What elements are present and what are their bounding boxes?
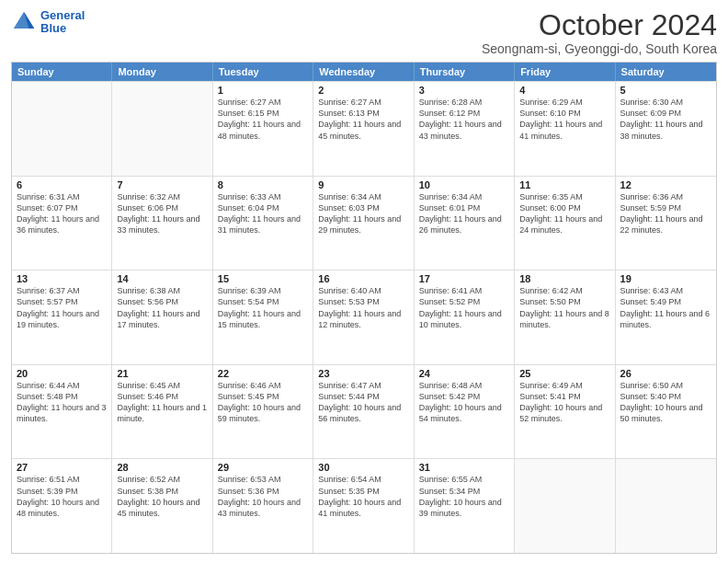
day-number: 6 <box>17 179 107 190</box>
calendar-cell: 23Sunrise: 6:47 AMSunset: 5:44 PMDayligh… <box>313 365 414 459</box>
day-number: 1 <box>218 85 308 96</box>
day-number: 27 <box>17 462 107 473</box>
day-number: 21 <box>117 368 207 379</box>
calendar-cell: 25Sunrise: 6:49 AMSunset: 5:41 PMDayligh… <box>515 365 615 459</box>
calendar-cell: 14Sunrise: 6:38 AMSunset: 5:56 PMDayligh… <box>112 270 212 364</box>
calendar-row-4: 27Sunrise: 6:51 AMSunset: 5:39 PMDayligh… <box>12 458 716 553</box>
calendar-cell: 28Sunrise: 6:52 AMSunset: 5:38 PMDayligh… <box>112 459 212 553</box>
day-number: 14 <box>117 273 207 284</box>
day-number: 18 <box>519 273 609 284</box>
day-info: Sunrise: 6:27 AMSunset: 6:15 PMDaylight:… <box>218 97 308 142</box>
day-info: Sunrise: 6:30 AMSunset: 6:09 PMDaylight:… <box>620 97 711 142</box>
title-block: October 2024 Seongnam-si, Gyeonggi-do, S… <box>482 9 717 56</box>
day-info: Sunrise: 6:42 AMSunset: 5:50 PMDaylight:… <box>519 285 609 330</box>
day-info: Sunrise: 6:34 AMSunset: 6:01 PMDaylight:… <box>419 191 509 236</box>
calendar-cell: 30Sunrise: 6:54 AMSunset: 5:35 PMDayligh… <box>313 459 414 553</box>
day-number: 7 <box>117 179 207 190</box>
day-number: 24 <box>419 368 509 379</box>
day-info: Sunrise: 6:36 AMSunset: 5:59 PMDaylight:… <box>620 191 711 236</box>
calendar-cell: 8Sunrise: 6:33 AMSunset: 6:04 PMDaylight… <box>213 177 313 270</box>
day-number: 9 <box>318 179 408 190</box>
day-info: Sunrise: 6:53 AMSunset: 5:36 PMDaylight:… <box>218 474 308 519</box>
day-number: 4 <box>519 85 609 96</box>
calendar-cell: 3Sunrise: 6:28 AMSunset: 6:12 PMDaylight… <box>415 82 515 176</box>
calendar-cell: 11Sunrise: 6:35 AMSunset: 6:00 PMDayligh… <box>515 177 615 270</box>
calendar-cell: 17Sunrise: 6:41 AMSunset: 5:52 PMDayligh… <box>415 270 515 364</box>
page: General Blue October 2024 Seongnam-si, G… <box>0 0 728 563</box>
day-info: Sunrise: 6:54 AMSunset: 5:35 PMDaylight:… <box>318 474 408 519</box>
day-info: Sunrise: 6:40 AMSunset: 5:53 PMDaylight:… <box>318 285 408 330</box>
day-info: Sunrise: 6:44 AMSunset: 5:48 PMDaylight:… <box>17 380 107 425</box>
day-number: 28 <box>117 462 207 473</box>
day-info: Sunrise: 6:51 AMSunset: 5:39 PMDaylight:… <box>17 474 107 519</box>
day-info: Sunrise: 6:55 AMSunset: 5:34 PMDaylight:… <box>419 474 509 519</box>
col-header-wednesday: Wednesday <box>313 63 414 81</box>
calendar-cell: 20Sunrise: 6:44 AMSunset: 5:48 PMDayligh… <box>12 365 112 459</box>
day-info: Sunrise: 6:45 AMSunset: 5:46 PMDaylight:… <box>117 380 207 425</box>
day-number: 16 <box>318 273 408 284</box>
day-number: 17 <box>419 273 509 284</box>
calendar: SundayMondayTuesdayWednesdayThursdayFrid… <box>11 62 717 554</box>
calendar-cell: 26Sunrise: 6:50 AMSunset: 5:40 PMDayligh… <box>616 365 716 459</box>
day-info: Sunrise: 6:50 AMSunset: 5:40 PMDaylight:… <box>620 380 711 425</box>
day-info: Sunrise: 6:31 AMSunset: 6:07 PMDaylight:… <box>17 191 107 236</box>
calendar-cell: 24Sunrise: 6:48 AMSunset: 5:42 PMDayligh… <box>415 365 515 459</box>
day-info: Sunrise: 6:37 AMSunset: 5:57 PMDaylight:… <box>17 285 107 330</box>
day-info: Sunrise: 6:39 AMSunset: 5:54 PMDaylight:… <box>218 285 308 330</box>
sub-title: Seongnam-si, Gyeonggi-do, South Korea <box>482 41 717 56</box>
day-info: Sunrise: 6:41 AMSunset: 5:52 PMDaylight:… <box>419 285 509 330</box>
day-number: 11 <box>519 179 609 190</box>
day-number: 12 <box>620 179 711 190</box>
day-info: Sunrise: 6:27 AMSunset: 6:13 PMDaylight:… <box>318 97 408 142</box>
day-info: Sunrise: 6:43 AMSunset: 5:49 PMDaylight:… <box>620 285 711 330</box>
calendar-cell <box>515 459 615 553</box>
logo-icon <box>11 9 37 35</box>
day-number: 23 <box>318 368 408 379</box>
calendar-row-3: 20Sunrise: 6:44 AMSunset: 5:48 PMDayligh… <box>12 364 716 459</box>
day-info: Sunrise: 6:52 AMSunset: 5:38 PMDaylight:… <box>117 474 207 519</box>
calendar-cell <box>616 459 716 553</box>
day-info: Sunrise: 6:49 AMSunset: 5:41 PMDaylight:… <box>519 380 609 425</box>
col-header-tuesday: Tuesday <box>213 63 313 81</box>
calendar-cell: 2Sunrise: 6:27 AMSunset: 6:13 PMDaylight… <box>313 82 414 176</box>
col-header-monday: Monday <box>112 63 212 81</box>
calendar-cell: 9Sunrise: 6:34 AMSunset: 6:03 PMDaylight… <box>313 177 414 270</box>
day-info: Sunrise: 6:33 AMSunset: 6:04 PMDaylight:… <box>218 191 308 236</box>
calendar-cell: 15Sunrise: 6:39 AMSunset: 5:54 PMDayligh… <box>213 270 313 364</box>
calendar-cell: 22Sunrise: 6:46 AMSunset: 5:45 PMDayligh… <box>213 365 313 459</box>
calendar-cell: 29Sunrise: 6:53 AMSunset: 5:36 PMDayligh… <box>213 459 313 553</box>
day-info: Sunrise: 6:32 AMSunset: 6:06 PMDaylight:… <box>117 191 207 236</box>
day-number: 15 <box>218 273 308 284</box>
day-info: Sunrise: 6:34 AMSunset: 6:03 PMDaylight:… <box>318 191 408 236</box>
calendar-cell: 6Sunrise: 6:31 AMSunset: 6:07 PMDaylight… <box>12 177 112 270</box>
day-number: 20 <box>17 368 107 379</box>
day-number: 26 <box>620 368 711 379</box>
calendar-cell: 4Sunrise: 6:29 AMSunset: 6:10 PMDaylight… <box>515 82 615 176</box>
header: General Blue October 2024 Seongnam-si, G… <box>11 9 717 56</box>
day-number: 31 <box>419 462 509 473</box>
logo-text: General Blue <box>40 9 85 36</box>
day-number: 10 <box>419 179 509 190</box>
calendar-cell: 27Sunrise: 6:51 AMSunset: 5:39 PMDayligh… <box>12 459 112 553</box>
calendar-body: 1Sunrise: 6:27 AMSunset: 6:15 PMDaylight… <box>12 81 716 553</box>
calendar-cell: 16Sunrise: 6:40 AMSunset: 5:53 PMDayligh… <box>313 270 414 364</box>
day-info: Sunrise: 6:38 AMSunset: 5:56 PMDaylight:… <box>117 285 207 330</box>
calendar-cell: 31Sunrise: 6:55 AMSunset: 5:34 PMDayligh… <box>415 459 515 553</box>
day-number: 8 <box>218 179 308 190</box>
day-info: Sunrise: 6:47 AMSunset: 5:44 PMDaylight:… <box>318 380 408 425</box>
calendar-cell: 10Sunrise: 6:34 AMSunset: 6:01 PMDayligh… <box>415 177 515 270</box>
calendar-cell: 7Sunrise: 6:32 AMSunset: 6:06 PMDaylight… <box>112 177 212 270</box>
day-number: 29 <box>218 462 308 473</box>
calendar-header: SundayMondayTuesdayWednesdayThursdayFrid… <box>12 63 716 81</box>
logo-blue: Blue <box>40 21 66 35</box>
calendar-cell: 21Sunrise: 6:45 AMSunset: 5:46 PMDayligh… <box>112 365 212 459</box>
col-header-saturday: Saturday <box>616 63 716 81</box>
day-number: 19 <box>620 273 711 284</box>
day-info: Sunrise: 6:48 AMSunset: 5:42 PMDaylight:… <box>419 380 509 425</box>
calendar-cell: 19Sunrise: 6:43 AMSunset: 5:49 PMDayligh… <box>616 270 716 364</box>
logo: General Blue <box>11 9 85 36</box>
calendar-row-1: 6Sunrise: 6:31 AMSunset: 6:07 PMDaylight… <box>12 176 716 270</box>
day-number: 2 <box>318 85 408 96</box>
day-info: Sunrise: 6:35 AMSunset: 6:00 PMDaylight:… <box>519 191 609 236</box>
calendar-cell <box>112 82 212 176</box>
